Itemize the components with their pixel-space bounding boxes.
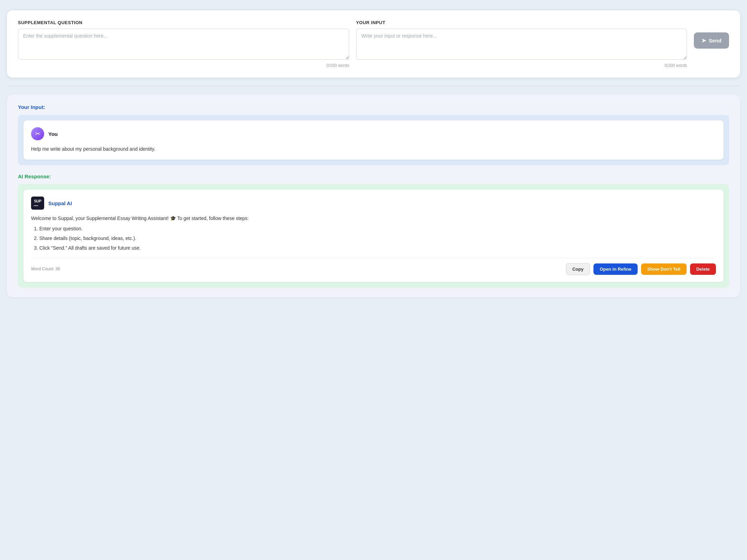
- show-dont-tell-button[interactable]: Show Don't Tell: [641, 263, 687, 275]
- ai-response-section-label: AI Response:: [18, 173, 729, 179]
- your-input-label: YOUR INPUT: [356, 20, 687, 25]
- user-message-card: ✂ You Help me write about my personal ba…: [23, 120, 724, 160]
- send-button-label: Send: [709, 38, 721, 43]
- action-buttons-group: Copy Open in Refine Show Don't Tell Dele…: [566, 263, 716, 275]
- your-input-section-header: Your Input:: [18, 104, 729, 110]
- user-message-container: ✂ You Help me write about my personal ba…: [18, 115, 729, 165]
- supplemental-question-word-count: 0/200 words: [18, 63, 349, 68]
- ai-step-3: Click "Send." All drafts are saved for f…: [39, 244, 716, 252]
- suppal-logo-text: SUP━━━: [34, 199, 41, 207]
- ai-message-body: Welcome to Suppal, your Supplemental Ess…: [31, 214, 716, 252]
- open-in-refine-button[interactable]: Open in Refine: [593, 263, 638, 275]
- send-icon: ➤: [701, 37, 706, 44]
- suppal-avatar: SUP━━━: [31, 197, 44, 210]
- your-input-section-label: Your Input:: [18, 104, 729, 110]
- user-message-text: Help me write about my personal backgrou…: [31, 145, 716, 153]
- top-input-card: SUPPLEMENTAL QUESTION 0/200 words YOUR I…: [7, 10, 740, 78]
- user-avatar-icon: ✂: [35, 130, 40, 138]
- supplemental-question-section: SUPPLEMENTAL QUESTION 0/200 words: [18, 20, 349, 68]
- ai-message-intro: Welcome to Suppal, your Supplemental Ess…: [31, 216, 249, 221]
- ai-step-1: Enter your question.: [39, 225, 716, 233]
- supplemental-question-label: SUPPLEMENTAL QUESTION: [18, 20, 349, 25]
- ai-response-section-header: AI Response:: [18, 173, 729, 179]
- user-avatar: ✂: [31, 127, 44, 140]
- ai-message-card: SUP━━━ Suppal AI Welcome to Suppal, your…: [23, 190, 724, 282]
- ai-steps-list: Enter your question. Share details (topi…: [31, 225, 716, 252]
- delete-button[interactable]: Delete: [690, 263, 716, 275]
- supplemental-question-input[interactable]: [18, 29, 349, 60]
- send-button-wrapper: ➤ Send: [694, 20, 729, 49]
- ai-step-2: Share details (topic, background, ideas,…: [39, 234, 716, 243]
- ai-message-container: SUP━━━ Suppal AI Welcome to Suppal, your…: [18, 184, 729, 287]
- divider: [7, 86, 740, 86]
- ai-word-count: Word Count: 36: [31, 267, 60, 271]
- your-input-textarea[interactable]: [356, 29, 687, 60]
- user-message-header: ✂ You: [31, 127, 716, 140]
- send-button[interactable]: ➤ Send: [694, 32, 729, 49]
- user-sender-name: You: [48, 131, 58, 137]
- main-card: Your Input: ✂ You Help me write about my…: [7, 94, 740, 297]
- ai-sender-name: Suppal AI: [48, 200, 72, 206]
- your-input-word-count: 0/200 words: [356, 63, 687, 68]
- ai-message-header: SUP━━━ Suppal AI: [31, 197, 716, 210]
- ai-message-footer: Word Count: 36 Copy Open in Refine Show …: [31, 258, 716, 275]
- copy-button[interactable]: Copy: [566, 263, 590, 275]
- your-input-section: YOUR INPUT 0/200 words: [356, 20, 687, 68]
